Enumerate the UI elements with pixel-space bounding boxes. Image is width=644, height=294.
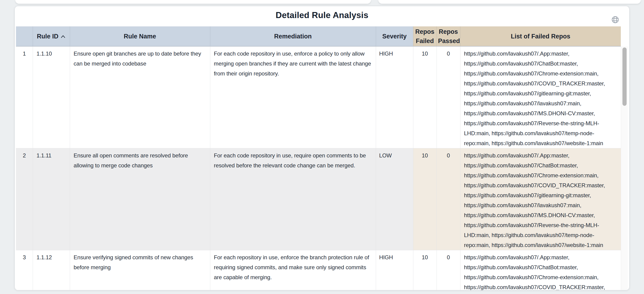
cell-remediation: For each code repository in use, require… (210, 148, 376, 250)
cell-rule-name: Ensure open git branches are up to date … (70, 46, 210, 148)
cell-repos-passed: 0 (436, 148, 460, 250)
cell-failed-repos-list: https://github.com/lavakush07/.App:maste… (460, 148, 621, 250)
column-header-failed-repos-list[interactable]: List of Failed Repos (460, 26, 621, 46)
column-header-label: Rule ID (37, 33, 58, 40)
cell-repos-failed: 10 (413, 250, 436, 290)
cell-rule-name: Ensure all open comments are resolved be… (70, 148, 210, 250)
column-header-label: Repos Failed (415, 28, 434, 44)
sort-ascending-icon (60, 35, 66, 38)
column-header-label: Repos Passed (438, 28, 460, 44)
cell-failed-repos-list: https://github.com/lavakush07/.App:maste… (460, 250, 621, 290)
cell-rule-id: 1.1.10 (33, 46, 70, 148)
cell-row-index: 1 (16, 46, 33, 148)
table-row: 1 1.1.10 Ensure open git branches are up… (16, 46, 621, 148)
cell-severity: LOW (376, 148, 413, 250)
table-header-row: Rule ID Rule Name Remediation Severity R… (16, 26, 621, 46)
scrollbar-thumb[interactable] (622, 47, 626, 106)
cell-row-index: 2 (16, 148, 33, 250)
column-header-label: Severity (382, 33, 406, 40)
column-header-repos-passed[interactable]: Repos Passed (436, 26, 460, 46)
column-header-rule-name[interactable]: Rule Name (70, 26, 210, 46)
cell-repos-passed: 0 (436, 250, 460, 290)
cell-rule-id: 1.1.12 (33, 250, 70, 290)
globe-icon-glyph (611, 15, 620, 24)
cell-repos-failed: 10 (413, 148, 436, 250)
cell-failed-repos-list: https://github.com/lavakush07/.App:maste… (460, 46, 621, 148)
page-title: Detailed Rule Analysis (15, 10, 629, 20)
column-header-label: List of Failed Repos (511, 33, 570, 40)
cell-row-index: 3 (16, 250, 33, 290)
column-header-rule-id[interactable]: Rule ID (33, 26, 70, 46)
column-header-remediation[interactable]: Remediation (210, 26, 376, 46)
cell-severity: HIGH (376, 46, 413, 148)
column-header-repos-failed[interactable]: Repos Failed (413, 26, 436, 46)
globe-icon[interactable] (610, 15, 620, 24)
column-header-label: Rule Name (124, 33, 156, 40)
cell-rule-name: Ensure verifying signed commits of new c… (70, 250, 210, 290)
card-above-right-bottom-edge (378, 0, 641, 4)
cell-repos-failed: 10 (413, 46, 436, 148)
cell-remediation: For each code repository in use, enforce… (210, 46, 376, 148)
column-header-index[interactable] (16, 26, 33, 46)
column-header-label: Remediation (274, 33, 312, 40)
column-header-severity[interactable]: Severity (376, 26, 413, 46)
detailed-rule-analysis-card: Detailed Rule Analysis Rule ID Rule Name… (15, 6, 629, 290)
table-row: 2 1.1.11 Ensure all open comments are re… (16, 148, 621, 250)
vertical-scrollbar[interactable] (621, 46, 628, 290)
cell-severity: HIGH (376, 250, 413, 290)
cell-remediation: For each repository in use, enforce the … (210, 250, 376, 290)
detailed-rule-analysis-table: Rule ID Rule Name Remediation Severity R… (16, 26, 621, 290)
table-row: 3 1.1.12 Ensure verifying signed commits… (16, 250, 621, 290)
card-above-left-bottom-edge (15, 0, 371, 4)
cell-rule-id: 1.1.11 (33, 148, 70, 250)
cell-repos-passed: 0 (436, 46, 460, 148)
